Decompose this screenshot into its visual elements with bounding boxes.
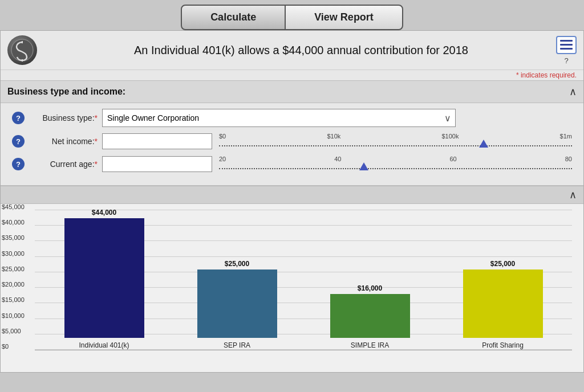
bar-name-label: SIMPLE IRA	[351, 341, 389, 349]
section1-header: Business type and income: ∧	[1, 81, 583, 103]
bar-value-label: $16,000	[358, 284, 382, 292]
net-income-label: Net income:*	[29, 137, 98, 146]
x-axis	[35, 350, 572, 350]
y-axis-label: $10,000	[2, 312, 25, 319]
current-age-min: 20	[219, 156, 226, 162]
net-income-slider-labels: $0 $10k $100k $1m	[219, 133, 572, 140]
y-axis-label: $20,000	[2, 281, 25, 288]
y-axis-label: $0	[2, 343, 9, 350]
net-income-slider-track[interactable]	[219, 141, 572, 150]
net-income-input[interactable]: $100,000	[102, 133, 212, 149]
form-area: ? Business type:* Single Owner Corporati…	[1, 103, 583, 185]
chart-section-header: ∧	[1, 186, 583, 204]
current-age-input[interactable]: 45	[102, 156, 212, 172]
y-axis-label: $5,000	[2, 328, 21, 334]
tab-bar: Calculate View Report	[0, 0, 584, 30]
y-axis-label: $15,000	[2, 296, 25, 303]
current-age-max: 80	[565, 156, 572, 162]
tab-calculate[interactable]: Calculate	[181, 5, 285, 30]
chart-area: $45,000$40,000$35,000$30,000$25,000$20,0…	[1, 204, 583, 372]
bar-value-label: $25,000	[490, 260, 515, 268]
main-content: An Individual 401(k) allows a $44,000 an…	[0, 30, 584, 373]
bar-group: $44,000Individual 401(k)	[46, 209, 162, 349]
bar	[64, 218, 144, 338]
current-age-slider-track[interactable]	[219, 164, 572, 173]
y-axis-label: $45,000	[2, 203, 25, 210]
bar-group: $25,000Profit Sharing	[445, 260, 561, 349]
business-type-select[interactable]: Single Owner Corporation Sole Proprietor…	[102, 109, 456, 127]
required-note: * indicates required.	[1, 70, 583, 80]
current-age-slider-labels: 20 40 60 80	[219, 156, 572, 162]
business-type-row: ? Business type:* Single Owner Corporati…	[12, 109, 572, 127]
net-income-row: ? Net income:* $100,000 $0 $10k $100k $1…	[12, 133, 572, 150]
bars-container: $44,000Individual 401(k)$25,000SEP IRA$1…	[35, 210, 572, 349]
net-income-marker	[479, 140, 488, 148]
y-axis-label: $25,000	[2, 266, 25, 272]
bar-value-label: $44,000	[92, 209, 116, 217]
bar-name-label: SEP IRA	[224, 341, 250, 349]
bar	[463, 270, 543, 338]
current-age-slider-area: 20 40 60 80	[219, 156, 572, 173]
current-age-marker	[359, 162, 368, 170]
header-title: An Individual 401(k) allows a $44,000 an…	[46, 44, 556, 57]
chart-collapse-button[interactable]: ∧	[569, 189, 577, 201]
current-age-mid1: 40	[334, 156, 341, 162]
net-income-slider-area: $0 $10k $100k $1m	[219, 133, 572, 150]
bar-name-label: Individual 401(k)	[79, 341, 129, 349]
header-row: An Individual 401(k) allows a $44,000 an…	[1, 31, 583, 70]
help-button[interactable]: ?	[564, 56, 568, 65]
bar-value-label: $25,000	[225, 260, 249, 268]
section1-title: Business type and income:	[7, 87, 125, 97]
y-axis-label: $30,000	[2, 250, 25, 257]
chart-section: ∧ $45,000$40,000$35,000$30,000$25,000$20…	[1, 185, 583, 372]
business-income-section: Business type and income: ∧ ? Business t…	[1, 80, 583, 185]
business-type-select-wrapper: Single Owner Corporation Sole Proprietor…	[102, 109, 456, 127]
net-income-help[interactable]: ?	[12, 135, 25, 148]
y-axis-label: $35,000	[2, 234, 25, 241]
current-age-mid2: 60	[450, 156, 457, 162]
business-type-help[interactable]: ?	[12, 112, 25, 124]
section1-collapse-button[interactable]: ∧	[569, 85, 577, 98]
bar-group: $16,000SIMPLE IRA	[312, 284, 428, 349]
tab-view-report[interactable]: View Report	[285, 5, 403, 30]
net-income-min: $0	[219, 133, 226, 140]
current-age-label: Current age:*	[29, 160, 98, 169]
current-age-dotted-line	[219, 168, 572, 169]
net-income-dotted-line	[219, 145, 572, 146]
header-right: ?	[556, 36, 577, 65]
net-income-mid1: $10k	[327, 133, 340, 140]
menu-button[interactable]	[556, 36, 577, 54]
business-type-label: Business type:*	[29, 113, 98, 122]
bar-name-label: Profit Sharing	[482, 341, 524, 349]
current-age-help[interactable]: ?	[12, 158, 25, 170]
bar	[197, 270, 277, 338]
y-axis-label: $40,000	[2, 219, 25, 226]
net-income-mid2: $100k	[441, 133, 459, 140]
bar	[330, 294, 410, 338]
bar-group: $25,000SEP IRA	[179, 260, 295, 349]
app-logo	[7, 35, 37, 65]
current-age-row: ? Current age:* 45 20 40 60 80	[12, 156, 572, 173]
net-income-max: $1m	[560, 133, 572, 140]
